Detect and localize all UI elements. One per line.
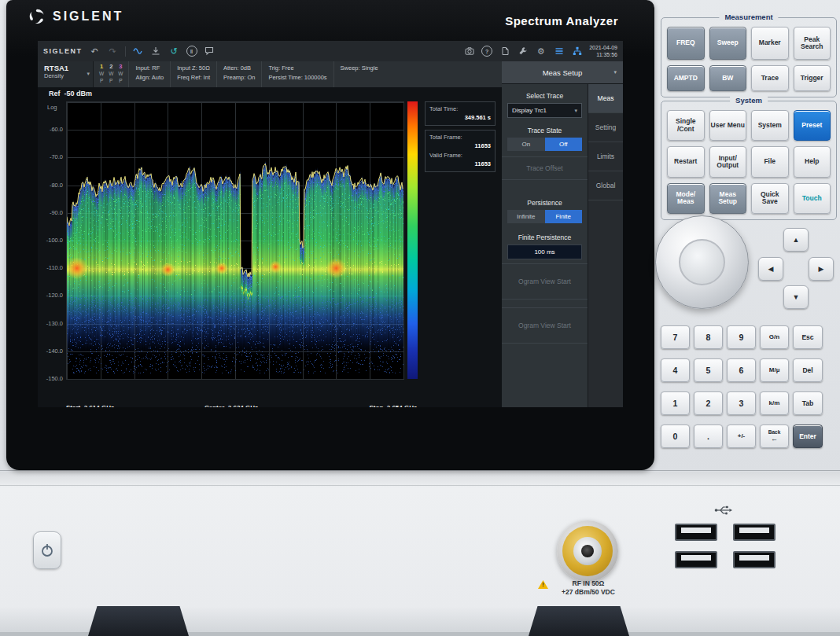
rotary-knob-inner <box>679 239 725 285</box>
undo-icon[interactable]: ↶ <box>89 46 101 57</box>
key-0[interactable]: 0 <box>661 425 690 448</box>
tab-setting[interactable]: Setting <box>588 113 623 142</box>
ogram-view-start-button-disabled: Ogram View Start <box>502 263 588 300</box>
key-9[interactable]: 9 <box>727 325 756 349</box>
gear-icon[interactable]: ⚙ <box>535 46 547 57</box>
trace-button[interactable]: Trace <box>751 65 789 91</box>
key-km[interactable]: k/m <box>760 392 789 415</box>
camera-icon[interactable] <box>463 46 475 57</box>
brand-name: SIGLENT <box>53 9 123 24</box>
key-dot[interactable]: . <box>694 425 723 448</box>
status-input: Input: RFAlign: Auto <box>129 61 171 87</box>
menu-body: Select Trace Display Trc1 ▾ Trace State … <box>502 84 623 407</box>
mode-name: RTSA1 <box>44 64 93 72</box>
touch-button[interactable]: Touch <box>794 183 831 214</box>
total-frame-label: Total Frame: <box>429 133 491 142</box>
key-2[interactable]: 2 <box>694 392 723 415</box>
file-icon[interactable] <box>499 46 510 57</box>
status-impedance: Input Z: 50ΩFreq Ref: Int <box>171 61 217 87</box>
key-4[interactable]: 4 <box>661 358 690 382</box>
key-plus-minus[interactable]: +/- <box>727 425 756 448</box>
user-menu-button[interactable]: User Menu <box>709 110 747 141</box>
esc-key[interactable]: Esc <box>793 325 823 349</box>
file-button[interactable]: File <box>751 146 789 177</box>
network-icon[interactable] <box>571 46 583 57</box>
toolbar-divider <box>125 46 126 57</box>
trace-state-on[interactable]: On <box>507 138 545 151</box>
select-trace-dropdown[interactable]: Display Trc1 ▾ <box>507 103 582 118</box>
x-axis-left-labels: Start 2.614 GHz RBW 100.431 kHz <box>66 381 120 407</box>
datetime: 2021-04-09 11:35:56 <box>589 44 617 59</box>
amptd-button[interactable]: AMPTD <box>667 65 705 91</box>
bw-button[interactable]: BW <box>709 65 747 91</box>
key-8[interactable]: 8 <box>694 325 723 349</box>
pause-icon[interactable]: ‖ <box>186 46 197 57</box>
y-axis-tick: -150.0 <box>38 375 63 382</box>
persistence-finite[interactable]: Finite <box>545 210 583 223</box>
system-button[interactable]: System <box>751 110 789 141</box>
preset-button[interactable]: Preset <box>794 110 831 141</box>
tab-limits[interactable]: Limits <box>588 142 623 171</box>
chassis-seam <box>0 470 840 471</box>
finite-persistence-value[interactable]: 100 ms <box>507 244 582 259</box>
trace-state-toggle: On Off <box>507 138 582 151</box>
menu-list-icon[interactable] <box>553 46 565 57</box>
sweep-button[interactable]: Sweep <box>709 27 747 60</box>
redo-icon[interactable]: ↷ <box>107 46 119 57</box>
trace-indicators[interactable]: 1 W P 2 W P 3 W P <box>94 61 129 87</box>
restart-button[interactable]: Restart <box>667 146 705 177</box>
waveform-icon[interactable] <box>132 46 144 57</box>
tab-meas[interactable]: Meas <box>588 84 623 113</box>
meas-setup-button[interactable]: Meas Setup <box>709 183 747 214</box>
download-icon[interactable] <box>150 46 162 57</box>
y-axis-tick: -70.0 <box>38 153 63 160</box>
rf-connector-pin-hole <box>581 545 594 557</box>
freq-button[interactable]: FREQ <box>667 27 705 60</box>
refresh-icon[interactable]: ↺ <box>168 46 180 57</box>
input-output-button[interactable]: Input/ Output <box>709 146 747 177</box>
help-icon[interactable]: ? <box>481 46 492 57</box>
density-spectrum-plot[interactable] <box>66 101 404 380</box>
trace-state-off[interactable]: Off <box>545 138 583 151</box>
arrow-down-key[interactable]: ▼ <box>783 285 809 309</box>
left-foot <box>88 606 189 636</box>
trigger-button[interactable]: Trigger <box>794 65 831 91</box>
tab-key[interactable]: Tab <box>793 392 823 415</box>
mode-meas-button[interactable]: Mode/ Meas <box>667 183 705 214</box>
key-7[interactable]: 7 <box>661 325 690 349</box>
help-button[interactable]: Help <box>794 146 831 177</box>
y-axis-tick: -100.0 <box>38 237 63 244</box>
key-gn[interactable]: G/n <box>760 325 789 349</box>
del-key[interactable]: Del <box>793 358 823 382</box>
lcd-screen: SIGLENT ↶ ↷ ↺ ‖ ? <box>38 41 623 407</box>
rotary-knob[interactable] <box>655 215 749 309</box>
total-frame-value: 11653 <box>429 142 491 150</box>
mode-dropdown[interactable]: RTSA1 Density ▾ <box>38 61 94 87</box>
key-5[interactable]: 5 <box>694 358 723 382</box>
valid-frame-value: 11653 <box>429 160 491 168</box>
start-freq-label: Start 2.614 GHz <box>66 403 120 407</box>
arrow-right-key[interactable]: ▶ <box>809 257 834 281</box>
arrow-left-key[interactable]: ◀ <box>758 257 783 281</box>
power-button[interactable] <box>33 531 61 569</box>
peak-search-button[interactable]: Peak Search <box>794 27 831 60</box>
tab-global[interactable]: Global <box>588 171 623 200</box>
wrench-icon[interactable] <box>517 46 529 57</box>
menu-header-dropdown[interactable]: Meas Setup ▾ <box>502 61 623 84</box>
enter-key[interactable]: Enter <box>793 425 823 448</box>
key-mu[interactable]: M/µ <box>760 358 789 382</box>
scale-label: Log <box>47 104 57 111</box>
arrow-up-key[interactable]: ▲ <box>783 228 809 252</box>
soft-menu-panel: Meas Setup ▾ Select Trace Display Trc1 ▾… <box>502 61 623 407</box>
quick-save-button[interactable]: Quick Save <box>751 183 789 214</box>
key-3[interactable]: 3 <box>727 392 756 415</box>
rf-input-connector <box>557 520 618 582</box>
chevron-down-icon: ▾ <box>87 71 90 77</box>
chat-icon[interactable] <box>204 46 216 57</box>
key-back[interactable]: Back ← <box>760 425 789 448</box>
single-cont-button[interactable]: Single /Cont <box>667 110 705 141</box>
persistence-infinite[interactable]: Infinite <box>507 210 545 223</box>
key-1[interactable]: 1 <box>661 392 690 415</box>
key-6[interactable]: 6 <box>727 358 756 382</box>
marker-button[interactable]: Marker <box>751 27 789 60</box>
